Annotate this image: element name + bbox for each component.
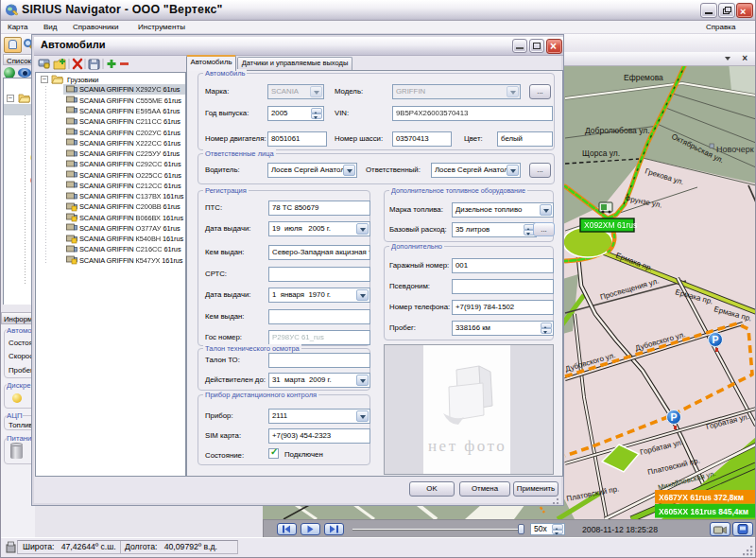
svg-text:Новочерк: Новочерк (716, 145, 754, 154)
svg-text:Х605ХХ 161rus 845,4км: Х605ХХ 161rus 845,4км (659, 507, 748, 516)
svg-text:P: P (713, 334, 719, 345)
svg-text:Х092ХМ 61rus: Х092ХМ 61rus (584, 220, 637, 230)
svg-text:Добролюбова ул.: Добролюбова ул. (585, 126, 650, 135)
svg-text:P: P (671, 411, 678, 423)
svg-text:Щорса ул.: Щорса ул. (582, 148, 620, 158)
svg-text:Ефремова: Ефремова (624, 73, 663, 82)
svg-text:Х687УХ 61rus 372,8км: Х687УХ 61rus 372,8км (659, 493, 744, 502)
